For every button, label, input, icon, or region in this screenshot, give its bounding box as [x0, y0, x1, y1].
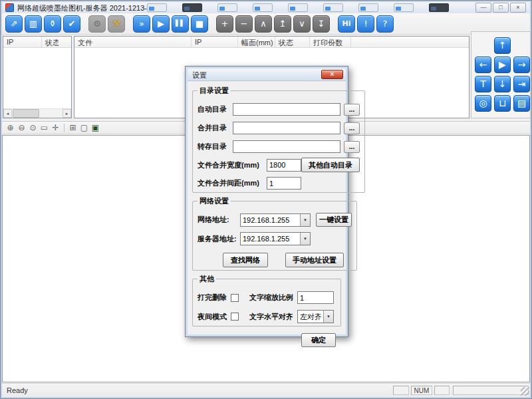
titlebar-thumbnail: [147, 3, 167, 12]
status-pane: [453, 386, 529, 395]
column-header[interactable]: 打印份数: [310, 37, 351, 47]
scroll-right-icon[interactable]: ▸: [63, 109, 71, 118]
column-header[interactable]: 文件: [74, 37, 192, 47]
resize-grip[interactable]: [521, 387, 529, 396]
manual-address-button[interactable]: 手动地址设置: [285, 253, 344, 267]
pad-document-button[interactable]: ▤: [513, 95, 530, 112]
header-filler: [351, 37, 469, 47]
toolbar-separator: [82, 23, 88, 24]
columns-view-button[interactable]: ▥: [25, 15, 42, 33]
pad-text-button[interactable]: T: [475, 76, 491, 92]
directory-input-0[interactable]: [233, 103, 340, 116]
play-button[interactable]: ▶: [152, 15, 170, 33]
find-network-button[interactable]: 查找网络: [223, 253, 268, 267]
zoom-reset-button[interactable]: ⊙: [27, 122, 39, 133]
pad-up-button[interactable]: ↑: [494, 37, 511, 54]
window-title: 网络超级喷墨绘图机-服务器 2021-1213-1: [17, 3, 151, 13]
directory-input-2[interactable]: [233, 140, 340, 153]
stop-button[interactable]: ■: [191, 15, 208, 33]
dropdown-arrow-icon[interactable]: [300, 214, 310, 226]
client-list-hscrollbar[interactable]: ◂ ▸: [3, 108, 71, 118]
network-address-combo[interactable]: 192.168.1.255: [240, 213, 311, 227]
pad-skip-end-button[interactable]: ⇥: [513, 76, 530, 92]
maximize-button[interactable]: □: [493, 3, 509, 13]
network-group-label: 网络设置: [198, 196, 231, 206]
merge-gap-input[interactable]: [267, 177, 301, 190]
column-header[interactable]: 状态: [275, 37, 310, 47]
move-to-bottom-button[interactable]: ↧: [313, 15, 330, 33]
zoom-in-button[interactable]: ⊕: [5, 122, 16, 133]
server-address-combo[interactable]: 192.168.1.255: [240, 232, 311, 245]
tools-button[interactable]: ⚒: [108, 15, 125, 33]
browse-button[interactable]: ...: [344, 104, 360, 116]
pad-left-button[interactable]: ←: [475, 57, 491, 73]
hi-button[interactable]: Hi: [338, 15, 355, 33]
open-file-button[interactable]: ⇗: [5, 15, 23, 33]
pad-right-button[interactable]: →: [513, 57, 530, 73]
close-button[interactable]: ×: [510, 3, 526, 13]
column-header[interactable]: IP: [192, 37, 238, 47]
other-dirs-button[interactable]: 其他自动目录: [301, 158, 360, 172]
pad-ruler-button[interactable]: ⊔: [494, 95, 511, 112]
fast-forward-button[interactable]: »: [133, 15, 150, 33]
preview-button[interactable]: ▢: [78, 122, 90, 133]
move-up-button[interactable]: ∧: [255, 15, 272, 33]
control-pad-spacer: [475, 37, 491, 54]
text-align-combo[interactable]: 左对齐: [297, 310, 334, 323]
pause-button[interactable]: ▌▌: [172, 15, 189, 33]
confirm-button[interactable]: ✔: [63, 15, 80, 33]
pad-down-button[interactable]: ↓: [494, 76, 511, 92]
pan-button[interactable]: ✛: [50, 122, 61, 133]
add-button[interactable]: +: [216, 15, 233, 33]
num-lock-indicator: NUM: [411, 386, 432, 395]
merge-width-input[interactable]: [267, 159, 301, 172]
status-text: Ready: [7, 386, 28, 394]
pad-media-roll-button[interactable]: ◎: [475, 95, 491, 112]
select-area-button[interactable]: ▭: [39, 122, 50, 133]
window-controls: — □ ×: [475, 3, 526, 13]
column-header[interactable]: IP: [3, 37, 42, 47]
night-mode-checkbox[interactable]: [231, 313, 239, 321]
network-address-value: 192.168.1.255: [241, 216, 300, 224]
titlebar-thumbnail: [217, 3, 237, 12]
status-pane: [393, 386, 409, 395]
scrollbar-thumb[interactable]: [13, 109, 39, 118]
delete-job-button[interactable]: ⚱: [44, 15, 61, 33]
remove-button[interactable]: −: [235, 15, 253, 33]
help-button[interactable]: ?: [376, 15, 394, 33]
settings-gear-button[interactable]: ⚙: [88, 15, 106, 33]
network-settings-group: 网络设置 网络地址: 192.168.1.255 一键设置 服务器地址: 192…: [192, 196, 357, 271]
directory-input-1[interactable]: [233, 122, 340, 134]
minimize-button[interactable]: —: [475, 3, 491, 13]
dropdown-arrow-icon[interactable]: [323, 311, 333, 323]
zoom-out-button[interactable]: ⊖: [16, 122, 27, 133]
directory-label: 合并目录: [198, 123, 233, 133]
dialog-title: 设置: [192, 70, 207, 80]
scroll-left-icon[interactable]: ◂: [3, 109, 12, 118]
column-header[interactable]: 幅面(mm): [238, 37, 275, 47]
text-scale-input[interactable]: [297, 291, 334, 304]
delete-after-checkbox[interactable]: [231, 294, 239, 302]
dropdown-arrow-icon[interactable]: [300, 233, 310, 245]
pad-print-button[interactable]: ▶: [494, 57, 511, 73]
onekey-setup-button[interactable]: 一键设置: [316, 213, 352, 227]
scrollbar-track[interactable]: [12, 109, 63, 118]
move-down-button[interactable]: ∨: [293, 15, 311, 33]
toolbar-separator: [127, 23, 133, 24]
titlebar-thumbnail: [358, 3, 378, 12]
alert-button[interactable]: !: [357, 15, 374, 33]
move-to-top-button[interactable]: ↥: [274, 15, 291, 33]
browse-button[interactable]: ...: [344, 122, 360, 134]
dialog-close-button[interactable]: ×: [321, 70, 343, 79]
titlebar-thumbnail: [323, 3, 343, 12]
browse-button[interactable]: ...: [344, 141, 360, 153]
directory-settings-group: 目录设置 自动目录...合并目录...转存目录... 文件合并宽度(mm) 其他…: [192, 86, 365, 193]
control-pad: ↑←▶→T↓⇥◎⊔▤: [471, 31, 531, 118]
copy-button[interactable]: ⊞: [67, 122, 78, 133]
column-header[interactable]: 状态: [42, 37, 59, 47]
save-button[interactable]: ▣: [90, 122, 101, 133]
network-address-label: 网络地址:: [198, 215, 240, 225]
directory-label: 转存目录: [198, 142, 233, 152]
ok-button[interactable]: 确定: [301, 333, 336, 347]
titlebar-thumbnail: [182, 3, 202, 12]
